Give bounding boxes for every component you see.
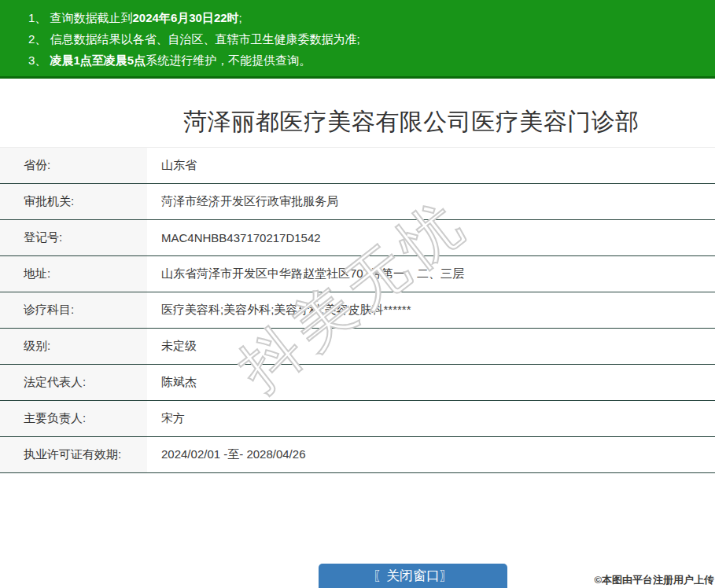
table-row-address: 地址: 山东省菏泽市开发区中华路赵堂社区707号第一、二、三层 [0,256,715,292]
row-value: 菏泽市经济开发区行政审批服务局 [147,184,715,219]
close-window-button[interactable]: 〖关闭窗口〗 [319,564,507,588]
table-row-license-validity: 执业许可证有效期: 2024/02/01 -至- 2028/04/26 [0,437,715,473]
notice-line-2: 2、 信息数据结果以各省、自治区、直辖市卫生健康委数据为准; [28,28,699,50]
table-row-principal: 主要负责人: 宋方 [0,401,715,437]
table-row-approval-authority: 审批机关: 菏泽市经济开发区行政审批服务局 [0,184,715,220]
page-title: 菏泽丽都医疗美容有限公司医疗美容门诊部 [0,79,715,147]
notice-text: 3、 [28,53,50,67]
row-value: 2024/02/01 -至- 2028/04/26 [147,437,715,472]
row-value: 陈斌杰 [147,365,715,400]
row-value: 宋方 [147,401,715,436]
notice-text: 2、 信息数据结果以各省、自治区、直辖市卫生健康委数据为准; [28,32,360,46]
row-value: 山东省 [147,148,715,183]
notice-line-3: 3、 凌晨1点至凌晨5点系统进行维护，不能提供查询。 [28,50,699,71]
credit-watermark: ©本图由平台注册用户上传 [594,573,714,587]
table-row-level: 级别: 未定级 [0,329,715,365]
row-label: 诊疗科目: [0,292,147,328]
row-value: MAC4NHBB437170217D1542 [147,220,715,255]
row-value: 未定级 [147,329,715,364]
notice-bar: 1、 查询数据截止到2024年6月30日22时; 2、 信息数据结果以各省、自治… [0,0,715,79]
notice-bold-text: 凌晨1点至凌晨5点 [50,53,146,67]
row-label: 登记号: [0,220,147,255]
row-label: 级别: [0,329,147,364]
notice-text: ; [239,11,242,24]
notice-text: 1、 查询数据截止到 [28,11,133,24]
notice-line-1: 1、 查询数据截止到2024年6月30日22时; [28,7,699,28]
table-row-medical-subjects: 诊疗科目: 医疗美容科;美容外科;美容牙科;美容皮肤科****** [0,292,715,329]
info-table: 省份: 山东省 审批机关: 菏泽市经济开发区行政审批服务局 登记号: MAC4N… [0,147,715,473]
row-label: 执业许可证有效期: [0,437,147,472]
row-label: 审批机关: [0,184,147,219]
row-label: 法定代表人: [0,365,147,400]
notice-bold-text: 2024年6月30日22时 [133,11,239,24]
row-value: 医疗美容科;美容外科;美容牙科;美容皮肤科****** [147,292,715,328]
table-row-legal-representative: 法定代表人: 陈斌杰 [0,365,715,401]
table-row-registration-number: 登记号: MAC4NHBB437170217D1542 [0,220,715,256]
row-label: 主要负责人: [0,401,147,436]
row-label: 地址: [0,256,147,292]
table-row-province: 省份: 山东省 [0,148,715,184]
row-value: 山东省菏泽市开发区中华路赵堂社区707号第一、二、三层 [147,256,715,292]
row-label: 省份: [0,148,147,183]
notice-text: 系统进行维护，不能提供查询。 [146,53,311,67]
